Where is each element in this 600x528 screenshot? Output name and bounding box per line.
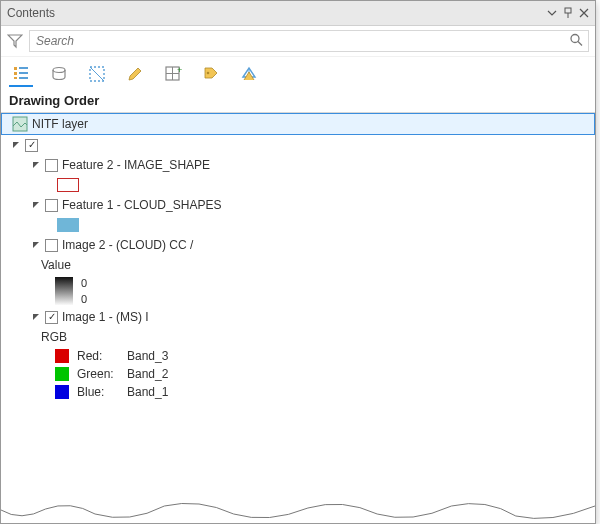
color-ramp — [55, 277, 73, 305]
image-2-value-heading: Value — [1, 255, 595, 275]
layer-image-2-label: Image 2 - (CLOUD) CC / — [62, 238, 193, 252]
layer-group-label — [42, 138, 354, 152]
expander-icon[interactable] — [11, 140, 21, 150]
symbol-swatch-cyan — [57, 218, 79, 232]
symbol-feature-1[interactable] — [1, 215, 595, 235]
layer-tree: NITF layer Feature 2 - IMAGE_SHAPE — [1, 112, 595, 523]
close-icon[interactable] — [579, 8, 589, 18]
contents-pane: Contents — [0, 0, 596, 524]
svg-point-16 — [207, 72, 210, 75]
layer-image-1[interactable]: Image 1 - (MS) I — [1, 307, 595, 327]
pane-titlebar: Contents — [1, 1, 595, 26]
swatch-green — [55, 367, 69, 381]
symbol-feature-2[interactable] — [1, 175, 595, 195]
search-input[interactable] — [29, 30, 589, 52]
rgb-green-label: Green: — [77, 367, 119, 381]
layer-group[interactable] — [1, 135, 595, 155]
rgb-label: RGB — [41, 330, 67, 344]
list-by-perspective-button[interactable] — [237, 62, 261, 86]
svg-text:+: + — [177, 65, 182, 75]
layer-image-2-checkbox[interactable] — [45, 239, 58, 252]
section-header: Drawing Order — [1, 87, 595, 112]
layer-root[interactable]: NITF layer — [1, 113, 595, 135]
nitf-layer-icon — [12, 116, 28, 132]
list-by-selection-button[interactable] — [85, 62, 109, 86]
search-row — [1, 26, 595, 57]
rgb-red-label: Red: — [77, 349, 119, 363]
layer-image-1-checkbox[interactable] — [45, 311, 58, 324]
svg-point-2 — [571, 35, 579, 43]
ramp-low: 0 — [81, 293, 87, 305]
list-by-snapping-button[interactable]: + — [161, 62, 185, 86]
image-1-rgb-heading: RGB — [1, 327, 595, 347]
expander-icon[interactable] — [31, 312, 41, 322]
expander-icon[interactable] — [31, 200, 41, 210]
layer-feature-1-checkbox[interactable] — [45, 199, 58, 212]
search-field-wrap — [29, 30, 589, 52]
svg-line-3 — [578, 42, 582, 46]
image-2-stretch-ramp[interactable]: 0 0 — [1, 275, 595, 307]
svg-rect-5 — [14, 72, 17, 75]
list-by-drawing-order-button[interactable] — [9, 61, 33, 87]
layer-image-2-blurred — [197, 238, 418, 252]
value-label: Value — [41, 258, 71, 272]
svg-rect-6 — [14, 77, 17, 79]
svg-rect-4 — [14, 67, 17, 70]
layer-group-checkbox[interactable] — [25, 139, 38, 152]
layer-image-1-blurred — [153, 310, 374, 324]
layer-feature-1-label: Feature 1 - CLOUD_SHAPES — [62, 198, 221, 212]
list-by-data-source-button[interactable] — [47, 62, 71, 86]
ramp-high: 0 — [81, 277, 87, 289]
rgb-red-band: Band_3 — [127, 349, 168, 363]
expander-icon[interactable] — [31, 240, 41, 250]
layer-feature-2[interactable]: Feature 2 - IMAGE_SHAPE — [1, 155, 595, 175]
svg-point-10 — [53, 68, 65, 73]
layer-feature-1[interactable]: Feature 1 - CLOUD_SHAPES — [1, 195, 595, 215]
rgb-green-row[interactable]: Green: Band_2 — [1, 365, 595, 383]
svg-rect-0 — [565, 8, 571, 13]
pane-window-controls — [547, 7, 589, 19]
layer-image-2[interactable]: Image 2 - (CLOUD) CC / — [1, 235, 595, 255]
dropdown-icon[interactable] — [547, 8, 557, 18]
rgb-blue-band: Band_1 — [127, 385, 168, 399]
rgb-green-band: Band_2 — [127, 367, 168, 381]
swatch-red — [55, 349, 69, 363]
rgb-blue-row[interactable]: Blue: Band_1 — [1, 383, 595, 401]
layer-feature-2-checkbox[interactable] — [45, 159, 58, 172]
ramp-values: 0 0 — [81, 277, 87, 305]
auto-hide-icon[interactable] — [563, 7, 573, 19]
list-by-labeling-button[interactable] — [199, 62, 223, 86]
list-by-editing-button[interactable] — [123, 62, 147, 86]
rgb-red-row[interactable]: Red: Band_3 — [1, 347, 595, 365]
contents-toolbar: + — [1, 57, 595, 87]
layer-root-label: NITF layer — [32, 117, 88, 131]
layer-image-1-label: Image 1 - (MS) I — [62, 310, 149, 324]
symbol-swatch-outline-red — [57, 178, 79, 192]
search-icon[interactable] — [569, 33, 583, 50]
expander-icon[interactable] — [31, 160, 41, 170]
swatch-blue — [55, 385, 69, 399]
rgb-blue-label: Blue: — [77, 385, 119, 399]
layer-feature-2-label: Feature 2 - IMAGE_SHAPE — [62, 158, 210, 172]
pane-title: Contents — [7, 6, 55, 20]
funnel-icon[interactable] — [7, 33, 23, 49]
